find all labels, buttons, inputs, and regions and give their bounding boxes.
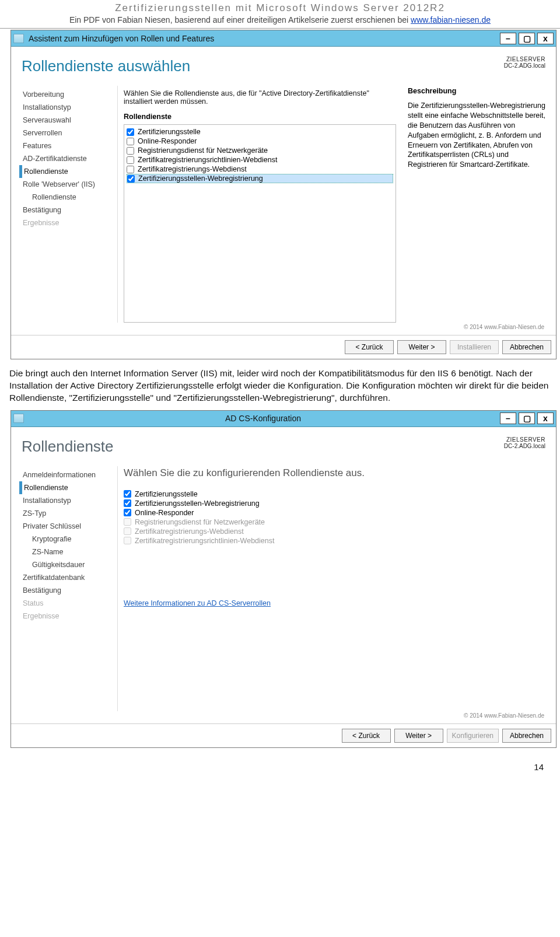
checkbox[interactable] bbox=[124, 499, 131, 507]
group-label: Rollendienste bbox=[124, 111, 396, 124]
list-item: Zertifikatregistrierungs-Webdienst bbox=[124, 527, 542, 536]
item-label: Zertifizierungsstellen-Webregistrierung bbox=[138, 174, 263, 183]
checkbox[interactable] bbox=[127, 166, 134, 173]
item-label: Registrierungsdienst für Netzwerkgeräte bbox=[138, 146, 268, 155]
nav-item: Status bbox=[22, 597, 117, 610]
item-label: Zertifikatregistrierungsrichtlinien-Webd… bbox=[138, 156, 277, 164]
divider bbox=[0, 28, 560, 29]
checkbox bbox=[124, 537, 131, 544]
description-label: Beschreibung bbox=[408, 86, 545, 99]
minimize-button[interactable]: – bbox=[500, 33, 516, 44]
item-label: Registrierungsdienst für Netzwerkgeräte bbox=[135, 518, 265, 526]
next-button[interactable]: Weiter > bbox=[397, 340, 446, 354]
list-item[interactable]: Online-Responder bbox=[127, 137, 393, 146]
list-item[interactable]: Zertifizierungsstelle bbox=[124, 490, 542, 499]
item-label: Online-Responder bbox=[138, 137, 197, 145]
maximize-button[interactable]: ▢ bbox=[519, 33, 535, 44]
titlebar: Assistent zum Hinzufügen von Rollen und … bbox=[11, 30, 556, 47]
nav-item: Ergebnisse bbox=[22, 216, 117, 229]
nav-item[interactable]: Bestätigung bbox=[22, 204, 117, 216]
list-item[interactable]: Zertifizierungsstellen-Webregistrierung bbox=[127, 174, 393, 183]
role-services-list: ZertifizierungsstelleOnline-ResponderReg… bbox=[124, 124, 396, 323]
page-number: 14 bbox=[0, 751, 560, 778]
list-item[interactable]: Online-Responder bbox=[124, 508, 542, 518]
checkbox[interactable] bbox=[124, 509, 131, 516]
checkbox bbox=[124, 527, 131, 535]
item-label: Zertifikatregistrierungsrichtlinien-Webd… bbox=[135, 537, 274, 545]
doc-subtitle: Ein PDF von Fabian Niesen, basierend auf… bbox=[0, 15, 560, 27]
wizard-adcs-config: AD CS-Konfiguration – ▢ x Rollendienste … bbox=[10, 410, 556, 748]
close-button[interactable]: x bbox=[537, 412, 554, 424]
nav-item[interactable]: Zertifikatdatenbank bbox=[22, 571, 117, 584]
list-item[interactable]: Registrierungsdienst für Netzwerkgeräte bbox=[127, 146, 393, 155]
window-title: AD CS-Konfiguration bbox=[29, 414, 498, 423]
checkbox[interactable] bbox=[127, 175, 135, 183]
item-label: Zertifikatregistrierungs-Webdienst bbox=[135, 527, 244, 536]
window-icon bbox=[13, 414, 24, 423]
watermark: © 2014 www.Fabian-Niesen.de bbox=[19, 711, 548, 720]
doc-link[interactable]: www.fabian-niesen.de bbox=[411, 15, 491, 25]
checkbox[interactable] bbox=[124, 490, 131, 498]
wizard-nav: AnmeldeinformationenRollendiensteInstall… bbox=[19, 466, 117, 711]
nav-item[interactable]: Anmeldeinformationen bbox=[22, 468, 117, 481]
list-item[interactable]: Zertifizierungsstelle bbox=[127, 127, 393, 137]
item-label: Zertifizierungsstellen-Webregistrierung bbox=[135, 499, 260, 508]
cancel-button[interactable]: Abbrechen bbox=[502, 729, 551, 743]
button-bar: < Zurück Weiter > Konfigurieren Abbreche… bbox=[11, 723, 556, 747]
nav-item[interactable]: Privater Schlüssel bbox=[22, 520, 117, 533]
instruction-text: Wählen Sie die Rollendienste aus, die fü… bbox=[124, 86, 396, 111]
checkbox[interactable] bbox=[127, 147, 134, 155]
checkbox[interactable] bbox=[127, 138, 134, 145]
checkbox[interactable] bbox=[127, 128, 134, 136]
nav-item[interactable]: ZS-Typ bbox=[22, 507, 117, 520]
target-value: DC-2.ADG.local bbox=[504, 443, 545, 449]
next-button[interactable]: Weiter > bbox=[394, 729, 443, 743]
page-heading: Rollendienste bbox=[19, 435, 502, 466]
nav-item[interactable]: Features bbox=[22, 139, 117, 152]
nav-item[interactable]: Serverrollen bbox=[22, 127, 117, 139]
cancel-button[interactable]: Abbrechen bbox=[502, 340, 551, 354]
maximize-button[interactable]: ▢ bbox=[519, 412, 535, 424]
target-server-box: ZIELSERVER DC-2.ADG.local bbox=[502, 435, 548, 466]
target-server-box: ZIELSERVER DC-2.ADG.local bbox=[502, 55, 548, 86]
checkbox[interactable] bbox=[127, 156, 134, 164]
wizard-add-roles: Assistent zum Hinzufügen von Rollen und … bbox=[10, 30, 556, 359]
nav-item[interactable]: Bestätigung bbox=[22, 584, 117, 597]
window-title: Assistent zum Hinzufügen von Rollen und … bbox=[29, 34, 498, 43]
role-services-list: ZertifizierungsstelleZertifizierungsstel… bbox=[124, 488, 542, 547]
close-button[interactable]: x bbox=[537, 33, 554, 44]
list-item: Registrierungsdienst für Netzwerkgeräte bbox=[124, 518, 542, 527]
nav-item[interactable]: Kryptografie bbox=[22, 533, 117, 546]
watermark: © 2014 www.Fabian-Niesen.de bbox=[19, 323, 548, 331]
list-item: Zertifikatregistrierungsrichtlinien-Webd… bbox=[124, 536, 542, 546]
configure-button[interactable]: Konfigurieren bbox=[447, 729, 499, 743]
nav-item[interactable]: Vorbereitung bbox=[22, 88, 117, 101]
nav-item[interactable]: Rolle 'Webserver' (IIS) bbox=[22, 178, 117, 191]
list-item[interactable]: Zertifizierungsstellen-Webregistrierung bbox=[124, 499, 542, 508]
page-heading: Rollendienste auswählen bbox=[19, 55, 502, 86]
nav-item[interactable]: Rollendienste bbox=[19, 165, 117, 178]
nav-item[interactable]: Rollendienste bbox=[19, 481, 117, 494]
doc-subtitle-prefix: Ein PDF von Fabian Niesen, basierend auf… bbox=[69, 15, 411, 25]
nav-item[interactable]: Serverauswahl bbox=[22, 114, 117, 127]
list-item[interactable]: Zertifikatregistrierungsrichtlinien-Webd… bbox=[127, 155, 393, 165]
target-label: ZIELSERVER bbox=[504, 436, 545, 443]
nav-item[interactable]: Gültigkeitsdauer bbox=[22, 558, 117, 571]
nav-item[interactable]: ZS-Name bbox=[22, 546, 117, 558]
more-info-link[interactable]: Weitere Informationen zu AD CS-Serverrol… bbox=[124, 547, 542, 607]
item-label: Online-Responder bbox=[135, 509, 194, 517]
item-label: Zertifizierungsstelle bbox=[135, 490, 198, 498]
nav-item[interactable]: AD-Zertifikatdienste bbox=[22, 152, 117, 165]
back-button[interactable]: < Zurück bbox=[342, 729, 391, 743]
back-button[interactable]: < Zurück bbox=[345, 340, 394, 354]
nav-item[interactable]: Rollendienste bbox=[22, 191, 117, 204]
nav-item: Ergebnisse bbox=[22, 610, 117, 623]
nav-item[interactable]: Installationstyp bbox=[22, 494, 117, 507]
minimize-button[interactable]: – bbox=[500, 412, 516, 424]
list-item[interactable]: Zertifikatregistrierungs-Webdienst bbox=[127, 165, 393, 174]
nav-item[interactable]: Installationstyp bbox=[22, 101, 117, 114]
wizard-nav: VorbereitungInstallationstypServerauswah… bbox=[19, 86, 117, 323]
instruction-text: Wählen Sie die zu konfigurierenden Rolle… bbox=[124, 466, 542, 488]
item-label: Zertifizierungsstelle bbox=[138, 128, 201, 136]
install-button[interactable]: Installieren bbox=[450, 340, 499, 354]
